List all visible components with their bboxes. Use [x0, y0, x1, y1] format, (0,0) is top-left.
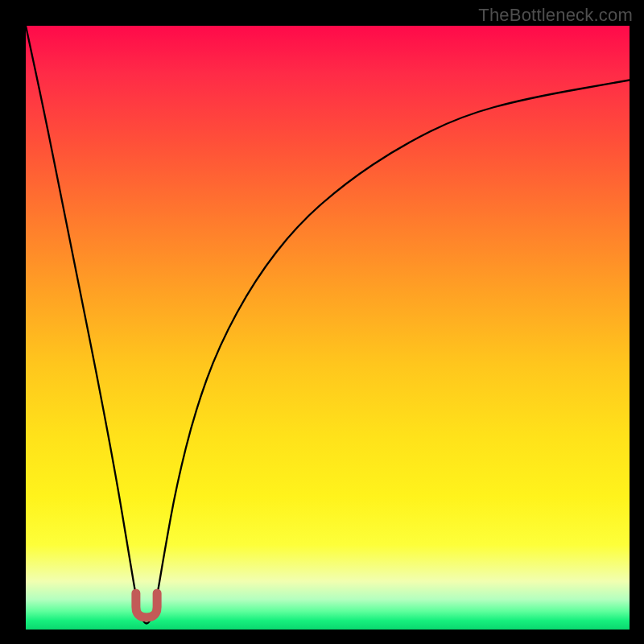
- bottleneck-curve: [26, 26, 630, 624]
- curve-layer: [26, 26, 630, 630]
- watermark-text: TheBottleneck.com: [478, 5, 633, 26]
- plot-area: [26, 26, 630, 630]
- dip-marker: [136, 593, 157, 617]
- chart-frame: TheBottleneck.com: [0, 0, 644, 644]
